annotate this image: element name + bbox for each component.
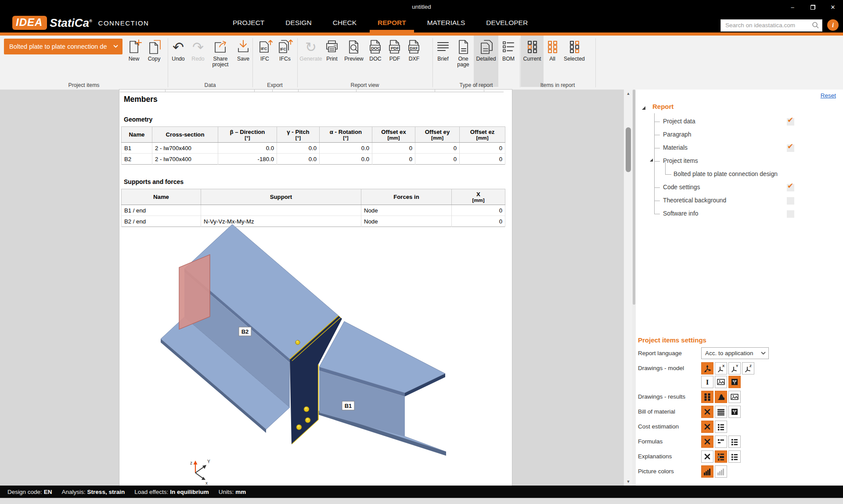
ribbon-group-type-of-report: BriefOne pageDetailedBOMType of report [432,36,520,90]
tree-expand-icon[interactable] [642,106,645,110]
ifcs-button[interactable]: IFCIFCs [275,36,295,87]
bars-dark-icon[interactable] [701,465,713,478]
all-button[interactable]: All [544,36,561,87]
traffic-light-icon[interactable] [701,391,713,403]
tree-item-materials[interactable]: Materials [663,144,688,151]
search-icon[interactable] [812,22,819,29]
statica-logo-text: StatiCa® [50,16,92,30]
cross-icon[interactable] [701,421,713,433]
undo-button[interactable]: ↶Undo [169,36,188,87]
all-label: All [549,56,555,62]
ifc-button[interactable]: IFCIFC [255,36,275,87]
list-icon[interactable] [728,436,741,448]
report-language-select[interactable]: Acc. to application [701,347,769,359]
tab-check[interactable]: CHECK [322,14,367,32]
current-button[interactable]: Current [521,36,544,87]
selected-button[interactable]: Selected [561,36,587,87]
status-units-: Units:mm [219,489,246,495]
search-input[interactable] [721,20,811,30]
detailed-label: Detailed [476,56,496,62]
setting-row-formulas: Formulas [638,436,838,448]
save-label: Save [237,56,249,62]
tree-item-theoretical-background[interactable]: Theoretical background [663,197,726,204]
minimize-icon[interactable]: – [782,0,803,14]
report-scrollbar[interactable]: ▲ ▼ [623,90,633,486]
tree-root-report[interactable]: Report [652,103,674,110]
column-header: β – Direction[°] [218,127,277,143]
table-cell: 0.0 [218,143,277,154]
ribbon-group-data: ↶Undo↷RedoShare projectSaveData [168,36,252,90]
setting-label: Bill of material [638,406,701,418]
list-icon[interactable] [728,450,741,463]
picture-icon[interactable] [715,376,727,388]
setting-label: Drawings - results [638,391,701,403]
print-label: Print [326,56,337,62]
axis-x-label: x [205,481,208,485]
generate-icon: ↻ [305,38,317,56]
axo-icon[interactable] [701,362,713,374]
tree-item-bolted-plate-to-plate-connection-design[interactable]: Bolted plate to plate connection design [674,171,778,177]
generate-label: Generate [299,56,322,62]
tree-item-project-data[interactable]: Project data [663,118,695,125]
tab-materials[interactable]: MATERIALS [417,14,476,32]
bars-gray-icon[interactable] [715,465,727,478]
brief-button[interactable]: Brief [433,36,453,87]
axis-x-icon[interactable]: X [715,362,727,374]
detailed-button[interactable]: Detailed [474,36,498,87]
render-icon[interactable] [728,376,741,388]
tree-item-code-settings[interactable]: Code settings [663,184,700,191]
picture-icon[interactable] [728,391,741,403]
list-highlight-icon[interactable] [715,450,727,463]
setting-label: Formulas [638,436,701,448]
axis-z-icon[interactable]: Z [742,362,754,374]
tab-developer[interactable]: DEVELOPER [476,14,538,32]
one-page-button[interactable]: One page [453,36,474,87]
tree-checkbox-code-settings[interactable]: ✔ [787,184,794,191]
setting-row-drawings-model: Drawings - modelXYZI [638,362,838,388]
new-button[interactable]: New [124,36,144,87]
tree-checkbox-project-data[interactable]: ✔ [787,118,794,126]
tree-expand-icon[interactable] [650,158,653,162]
cross-icon[interactable] [701,406,713,418]
svg-text:Y: Y [736,364,739,368]
tree-checkbox-software-info[interactable] [787,210,794,218]
info-icon[interactable]: i [827,19,839,31]
accent-strip [0,32,843,36]
axis-y-icon[interactable]: Y [728,362,741,374]
table-cell: 0 [452,205,505,216]
tree-item-project-items[interactable]: Project items [663,158,698,164]
axes-triad: z Y x [190,459,210,485]
cross-icon[interactable] [701,450,713,463]
scroll-up-icon[interactable]: ▲ [624,90,633,97]
render-icon[interactable] [728,406,741,418]
section-i-icon[interactable]: I [701,376,713,388]
tree-checkbox-theoretical-background[interactable] [787,197,794,205]
copy-button[interactable]: Copy [144,36,164,87]
tree-item-paragraph[interactable]: Paragraph [663,131,691,138]
close-icon[interactable]: ✕ [823,0,843,14]
print-button[interactable]: Print [322,36,342,87]
table-cell: 0.0 [277,143,320,154]
save-button[interactable]: Save [233,36,254,87]
lines-icon[interactable] [715,406,727,418]
share-project-button[interactable]: Share project [208,36,233,87]
list-partial-icon[interactable] [715,436,727,448]
restore-icon[interactable] [803,0,823,14]
scrollbar-thumb[interactable] [626,127,631,172]
tab-design[interactable]: DESIGN [275,14,322,32]
dxf-button[interactable]: DXFDXF [404,36,424,87]
preview-button[interactable]: Preview [342,36,366,87]
tree-item-software-info[interactable]: Software info [663,210,699,217]
tree-checkbox-materials[interactable]: ✔ [787,144,794,152]
tab-report[interactable]: REPORT [367,14,417,32]
list-icon[interactable] [715,421,727,433]
bom-button[interactable]: BOM [498,36,519,87]
tab-project[interactable]: PROJECT [222,14,275,32]
scroll-down-icon[interactable]: ▼ [624,478,633,486]
pdf-button[interactable]: PDFPDF [385,36,404,87]
curve-icon[interactable] [715,391,727,403]
doc-button[interactable]: DOCDOC [366,36,385,87]
project-items-settings: Project items settings Report languageAc… [638,336,838,480]
cross-icon[interactable] [701,436,713,448]
ribbon-separator [297,38,298,87]
